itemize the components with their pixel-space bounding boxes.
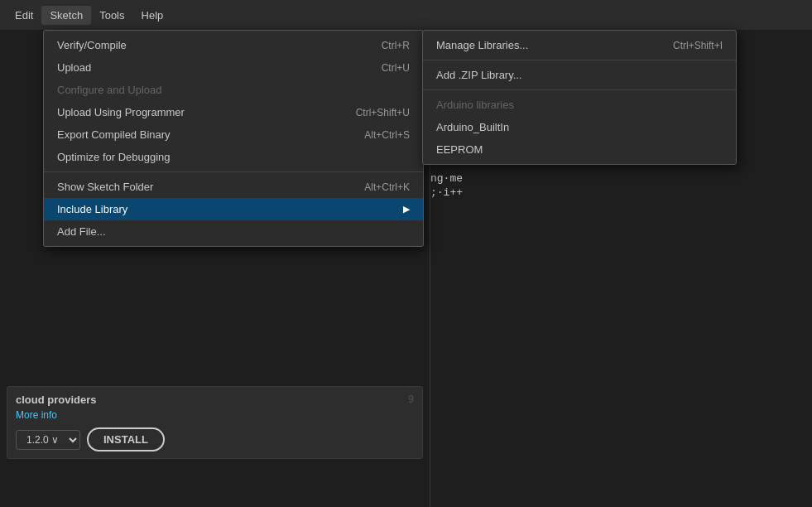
- add-zip-label: Add .ZIP Library...: [436, 69, 522, 81]
- arduino-libs-header-label: Arduino libraries: [436, 99, 514, 111]
- lib-version-row: 1.2.0 ∨ INSTALL: [16, 427, 414, 451]
- submenu-manage-libraries[interactable]: Manage Libraries... Ctrl+Shift+I: [423, 34, 736, 56]
- code-line-ng: ng·me: [430, 171, 812, 186]
- menu-edit[interactable]: Edit: [7, 6, 41, 25]
- lib-more-info[interactable]: More info: [16, 409, 414, 421]
- menu-optimize-debug[interactable]: Optimize for Debugging: [44, 146, 423, 168]
- submenu-arduino-libs-header: Arduino libraries: [423, 94, 736, 116]
- export-binary-shortcut: Alt+Ctrl+S: [364, 129, 410, 141]
- menu-verify[interactable]: Verify/Compile Ctrl+R: [44, 34, 423, 56]
- export-binary-label: Export Compiled Binary: [57, 128, 171, 141]
- submenu-sep1: [423, 60, 736, 60]
- upload-programmer-label: Upload Using Programmer: [57, 106, 185, 118]
- menu-upload[interactable]: Upload Ctrl+U: [44, 56, 423, 79]
- menu-show-folder[interactable]: Show Sketch Folder Alt+Ctrl+K: [44, 176, 423, 198]
- submenu-eeprom[interactable]: EEPROM: [423, 138, 736, 161]
- version-select[interactable]: 1.2.0 ∨: [16, 430, 80, 450]
- library-item: cloud providers 9 More info 1.2.0 ∨ INST…: [7, 386, 423, 459]
- code-i: ;·i++: [430, 186, 463, 199]
- configure-upload-label: Configure and Upload: [57, 84, 161, 96]
- menu-sep1: [44, 171, 423, 172]
- upload-shortcut: Ctrl+U: [382, 62, 410, 74]
- include-library-label: Include Library: [57, 203, 127, 215]
- upload-label: Upload: [57, 61, 91, 74]
- menu-add-file[interactable]: Add File...: [44, 220, 423, 243]
- submenu-arduino-builtin[interactable]: Arduino_BuiltIn: [423, 116, 736, 138]
- eeprom-label: EEPROM: [436, 143, 483, 156]
- menu-include-library[interactable]: Include Library ▶: [44, 198, 423, 220]
- menu-export-binary[interactable]: Export Compiled Binary Alt+Ctrl+S: [44, 123, 423, 146]
- upload-programmer-shortcut: Ctrl+Shift+U: [356, 107, 410, 118]
- code-line-i: ;·i++: [430, 186, 812, 200]
- menu-sketch[interactable]: Sketch: [41, 6, 91, 25]
- lib-title: cloud providers: [16, 394, 97, 406]
- verify-label: Verify/Compile: [57, 39, 127, 51]
- show-folder-shortcut: Alt+Ctrl+K: [364, 181, 410, 193]
- menubar: Edit Sketch Tools Help: [0, 0, 812, 30]
- menu-configure-upload: Configure and Upload: [44, 79, 423, 101]
- submenu-arrow-icon: ▶: [403, 204, 410, 215]
- manage-libraries-shortcut: Ctrl+Shift+I: [673, 40, 723, 51]
- install-button[interactable]: INSTALL: [87, 427, 165, 451]
- submenu-sep2: [423, 89, 736, 90]
- menu-help[interactable]: Help: [133, 6, 172, 25]
- sketch-dropdown: Verify/Compile Ctrl+R Upload Ctrl+U Conf…: [43, 30, 424, 247]
- manage-libraries-label: Manage Libraries...: [436, 39, 528, 51]
- verify-shortcut: Ctrl+R: [382, 40, 410, 51]
- submenu-add-zip[interactable]: Add .ZIP Library...: [423, 64, 736, 86]
- include-library-submenu: Manage Libraries... Ctrl+Shift+I Add .ZI…: [422, 30, 737, 165]
- add-file-label: Add File...: [57, 225, 106, 238]
- menu-upload-programmer[interactable]: Upload Using Programmer Ctrl+Shift+U: [44, 101, 423, 123]
- menu-tools[interactable]: Tools: [91, 6, 132, 25]
- show-folder-label: Show Sketch Folder: [57, 181, 153, 193]
- code-ng: ng·me: [430, 172, 463, 185]
- arduino-builtin-label: Arduino_BuiltIn: [436, 121, 509, 133]
- optimize-debug-label: Optimize for Debugging: [57, 151, 171, 163]
